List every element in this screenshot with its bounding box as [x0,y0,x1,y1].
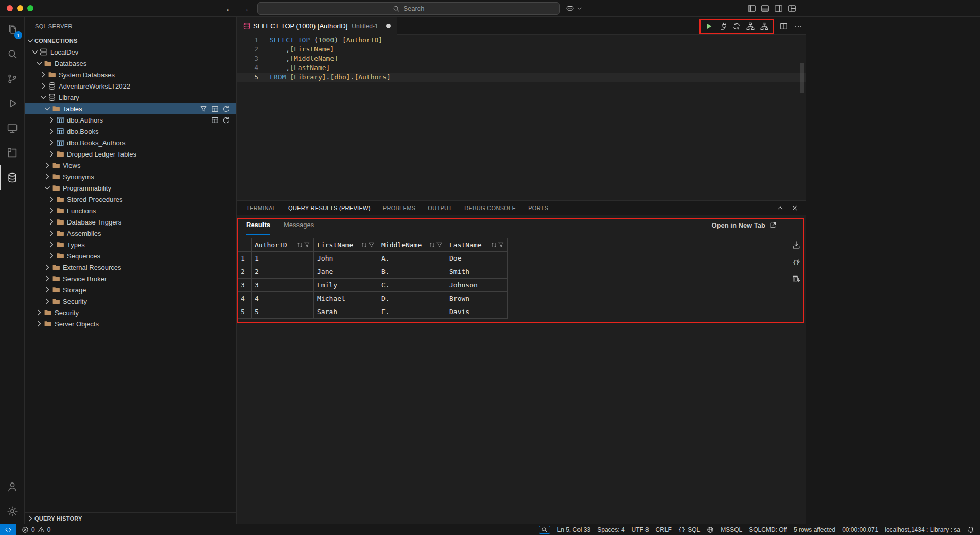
chevron-right-icon[interactable] [43,263,51,271]
status-eol[interactable]: CRLF [656,526,672,533]
grid-row-5[interactable]: 55SarahE.Davis [238,305,508,319]
grid-row-2[interactable]: 22JaneB.Smith [238,265,508,279]
row-number[interactable]: 2 [238,265,252,279]
chevron-right-icon[interactable] [43,172,51,181]
chevron-right-icon[interactable] [47,116,56,124]
panel-tab-output[interactable]: OUTPUT [428,201,452,215]
unsaved-changes-indicator[interactable] [386,24,391,28]
maximize-panel-icon[interactable] [777,204,784,212]
tree-item-library[interactable]: Library [25,92,236,103]
actual-plan-icon[interactable] [760,22,768,30]
results-tab-messages[interactable]: Messages [284,215,314,235]
tree-item-stored-procedures[interactable]: Stored Procedures [25,194,236,205]
status-sqlcmd[interactable]: SQLCMD: Off [749,526,787,533]
tree-item-functions[interactable]: Functions [25,205,236,216]
run-query-icon[interactable] [705,22,713,30]
tree-item-tables[interactable]: Tables [25,103,236,114]
grid-cell[interactable]: John [314,252,378,265]
connections-section-header[interactable]: CONNECTIONS [25,35,236,46]
tree-item-security[interactable]: Security [25,296,236,307]
tree-item-security[interactable]: Security [25,307,236,318]
panel-tab-ports[interactable]: PORTS [528,201,548,215]
minimize-window-button[interactable] [17,5,23,11]
editor-scrollbar[interactable] [800,63,804,93]
grid-icon[interactable] [211,116,219,124]
tree-item-external-resources[interactable]: External Resources [25,262,236,273]
grid-cell[interactable]: 5 [252,305,314,319]
grid-cell[interactable]: 3 [252,279,314,292]
chevron-down-icon[interactable] [43,105,51,113]
chevron-right-icon[interactable] [43,274,51,283]
chevron-right-icon[interactable] [39,71,47,79]
status-encoding[interactable]: UTF-8 [632,526,649,533]
save-json-icon[interactable]: {} [792,258,800,266]
grid-cell[interactable]: Michael [314,292,378,305]
chevron-right-icon[interactable] [47,218,56,226]
grid-cell[interactable]: Jane [314,265,378,279]
filter-icon[interactable] [498,241,504,248]
grid-row-3[interactable]: 33EmilyC.Johnson [238,279,508,292]
chevron-right-icon[interactable] [47,206,56,215]
tree-item-database-triggers[interactable]: Database Triggers [25,216,236,228]
grid-column-header-firstname[interactable]: FirstName [314,238,378,252]
grid-row-1[interactable]: 11JohnA.Doe [238,252,508,265]
filter-icon[interactable] [368,241,375,248]
grid-row-4[interactable]: 44MichaelD.Brown [238,292,508,305]
tree-item-assemblies[interactable]: Assemblies [25,228,236,239]
tree-item-localdev[interactable]: LocalDev [25,46,236,58]
grid-cell[interactable]: Johnson [446,279,508,292]
connect-icon[interactable] [719,22,727,30]
sort-icon[interactable] [491,241,497,248]
grid-column-header-lastname[interactable]: LastName [446,238,508,252]
go-forward-button[interactable]: → [241,4,249,13]
tree-item-databases[interactable]: Databases [25,58,236,69]
toggle-panel-icon[interactable] [761,4,769,13]
activity-item-extensions[interactable] [0,141,25,165]
grid-corner-cell[interactable] [238,238,252,252]
command-center-search[interactable]: Search [257,2,560,15]
chevron-down-icon[interactable] [39,93,47,101]
close-panel-icon[interactable] [791,204,798,212]
tree-item-system-databases[interactable]: System Databases [25,69,236,80]
activity-item-sql-server[interactable] [0,165,25,190]
grid-cell[interactable]: Sarah [314,305,378,319]
grid-cell[interactable]: D. [378,292,446,305]
grid-cell[interactable]: B. [378,265,446,279]
grid-icon[interactable] [211,105,219,113]
grid-cell[interactable]: C. [378,279,446,292]
row-number[interactable]: 1 [238,252,252,265]
chevron-right-icon[interactable] [35,308,43,317]
tree-item-adventureworkslt2022[interactable]: AdventureWorksLT2022 [25,80,236,92]
row-number[interactable]: 3 [238,279,252,292]
status-query-time[interactable]: 00:00:00.071 [842,526,878,533]
grid-cell[interactable]: 1 [252,252,314,265]
row-number[interactable]: 4 [238,292,252,305]
customize-layout-icon[interactable] [787,4,796,13]
tree-item-sequences[interactable]: Sequences [25,250,236,262]
grid-cell[interactable]: Brown [446,292,508,305]
chevron-right-icon[interactable] [47,139,56,147]
tree-item-service-broker[interactable]: Service Broker [25,273,236,284]
panel-tab-problems[interactable]: PROBLEMS [383,201,416,215]
status-mssql-provider[interactable]: MSSQL [721,526,742,533]
chevron-down-icon[interactable] [35,59,43,67]
change-connection-icon[interactable] [732,22,741,30]
activity-item-explorer[interactable]: 1 [0,17,25,42]
query-history-section-header[interactable]: QUERY HISTORY [25,512,236,524]
sort-icon[interactable] [429,241,435,248]
tree-item-server-objects[interactable]: Server Objects [25,318,236,330]
more-actions-icon[interactable] [794,22,802,30]
grid-cell[interactable]: Emily [314,279,378,292]
chevron-right-icon[interactable] [43,297,51,305]
tree-item-views[interactable]: Views [25,160,236,171]
activity-item-search[interactable] [0,42,25,66]
sort-icon[interactable] [361,241,367,248]
activity-item-source-control[interactable] [0,66,25,91]
close-window-button[interactable] [7,5,13,11]
chevron-right-icon[interactable] [39,82,47,90]
grid-cell[interactable]: E. [378,305,446,319]
tree-item-programmability[interactable]: Programmability [25,182,236,194]
save-csv-icon[interactable] [792,241,800,249]
chevron-right-icon[interactable] [47,252,56,260]
tree-item-dbo-books-authors[interactable]: dbo.Books_Authors [25,137,236,148]
